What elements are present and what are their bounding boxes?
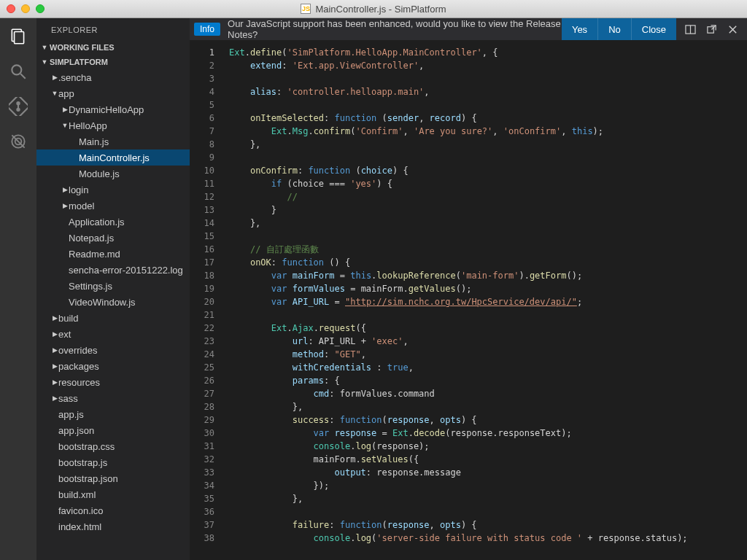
window-close-button[interactable]: [7, 4, 15, 13]
sidebar-title: EXPLORER: [36, 18, 190, 40]
tree-item-label: app: [58, 88, 74, 99]
tree-item[interactable]: sencha-error-20151222.log: [36, 262, 190, 278]
close-icon[interactable]: [727, 24, 738, 35]
tree-item[interactable]: favicon.ico: [36, 502, 190, 518]
tree-item[interactable]: ▶DynamicHelloApp: [36, 101, 190, 117]
window-minimize-button[interactable]: [21, 4, 30, 13]
activity-bar: [0, 18, 36, 560]
tree-item[interactable]: Notepad.js: [36, 230, 190, 246]
tree-item-label: sass: [58, 393, 78, 404]
window-buttons: [0, 4, 44, 13]
tree-item-label: Readme.md: [69, 249, 120, 260]
no-button[interactable]: No: [597, 18, 631, 40]
tree-item[interactable]: ▶build: [36, 310, 190, 326]
tree-item-label: MainController.js: [79, 152, 150, 163]
tree-item[interactable]: MainController.js: [36, 149, 190, 166]
editor-area: Info Our JavaScript support has been enh…: [190, 18, 747, 560]
chevron-right-icon: ▶: [61, 202, 69, 209]
tree-item-label: build: [58, 313, 78, 324]
explorer-icon[interactable]: [9, 27, 28, 46]
info-badge: Info: [194, 23, 220, 36]
tree-item[interactable]: app.js: [36, 406, 190, 422]
tree-item[interactable]: bootstrap.json: [36, 470, 190, 486]
close-button[interactable]: Close: [631, 18, 676, 40]
sidebar: EXPLORER ▼WORKING FILES ▼SIMPLATFORM ▶.s…: [36, 18, 190, 560]
chevron-right-icon: ▶: [51, 330, 58, 338]
tree-item-label: Settings.js: [69, 281, 112, 292]
chevron-right-icon: ▶: [61, 186, 69, 193]
tree-item-label: Application.js: [69, 217, 125, 228]
tree-item-label: ext: [58, 329, 71, 340]
search-icon[interactable]: [9, 62, 28, 81]
tree-item[interactable]: ▶overrides: [36, 342, 190, 358]
tree-item-label: favicon.ico: [58, 505, 103, 516]
chevron-right-icon: ▶: [51, 74, 58, 81]
tree-item-label: Main.js: [79, 136, 109, 147]
tree-item-label: .sencha: [58, 72, 92, 83]
chevron-right-icon: ▶: [51, 346, 58, 354]
debug-icon[interactable]: [9, 132, 28, 151]
window-maximize-button[interactable]: [36, 4, 44, 13]
tree-item-label: VideoWindow.js: [69, 297, 136, 308]
split-editor-icon[interactable]: [685, 24, 696, 35]
svg-rect-1: [15, 32, 24, 44]
chevron-down-icon: ▼: [51, 90, 58, 97]
tree-item[interactable]: ▶resources: [36, 374, 190, 390]
tree-item[interactable]: build.xml: [36, 486, 190, 502]
notification-text: Our JavaScript support has been enhanced…: [228, 18, 562, 40]
code-content[interactable]: Ext.define('SimPlatform.HelloApp.MainCon…: [225, 40, 747, 560]
window-titlebar: JS MainController.js - SimPlatform: [0, 0, 747, 18]
tree-item-label: bootstrap.js: [58, 457, 107, 468]
chevron-right-icon: ▶: [51, 378, 58, 386]
tree-item[interactable]: Module.js: [36, 166, 190, 182]
tree-item[interactable]: ▼app: [36, 85, 190, 101]
tree-item-label: packages: [58, 361, 99, 372]
tree-item[interactable]: app.json: [36, 422, 190, 438]
tree-item-label: bootstrap.json: [58, 473, 118, 484]
tree-item[interactable]: VideoWindow.js: [36, 294, 190, 310]
svg-line-3: [20, 74, 26, 79]
project-header[interactable]: ▼SIMPLATFORM: [36, 55, 190, 69]
tree-item[interactable]: bootstrap.js: [36, 454, 190, 470]
window-title: JS MainController.js - SimPlatform: [0, 4, 747, 15]
chevron-down-icon: ▼: [41, 44, 48, 51]
open-external-icon[interactable]: [706, 24, 717, 35]
tree-item[interactable]: ▶packages: [36, 358, 190, 374]
file-tree: ▶.sencha▼app▶DynamicHelloApp▼HelloAppMai…: [36, 69, 190, 534]
tree-item-label: resources: [58, 377, 100, 388]
chevron-down-icon: ▼: [61, 122, 69, 129]
tree-item[interactable]: ▼HelloApp: [36, 117, 190, 133]
tree-item[interactable]: ▶ext: [36, 326, 190, 342]
tree-item-label: app.json: [58, 425, 94, 436]
tree-item-label: HelloApp: [69, 120, 107, 131]
tree-item[interactable]: ▶sass: [36, 390, 190, 406]
tree-item-label: model: [69, 201, 94, 211]
tree-item[interactable]: bootstrap.css: [36, 438, 190, 454]
tree-item-label: sencha-error-20151222.log: [69, 265, 183, 276]
tree-item[interactable]: ▶.sencha: [36, 69, 190, 85]
yes-button[interactable]: Yes: [562, 18, 597, 40]
chevron-down-icon: ▼: [41, 58, 48, 66]
tree-item[interactable]: Main.js: [36, 133, 190, 149]
git-icon[interactable]: [9, 97, 28, 116]
tree-item-label: DynamicHelloApp: [69, 104, 144, 115]
tree-item-label: app.js: [58, 409, 84, 420]
tree-item-label: index.html: [58, 521, 101, 532]
tree-item-label: Module.js: [79, 168, 120, 179]
svg-point-2: [12, 65, 21, 74]
js-file-icon: JS: [301, 4, 311, 14]
tree-item[interactable]: ▶login: [36, 182, 190, 198]
working-files-header[interactable]: ▼WORKING FILES: [36, 40, 190, 55]
chevron-right-icon: ▶: [51, 314, 58, 322]
tree-item[interactable]: Settings.js: [36, 278, 190, 294]
svg-rect-13: [708, 26, 713, 32]
tree-item[interactable]: Readme.md: [36, 246, 190, 262]
chevron-right-icon: ▶: [61, 106, 69, 113]
tree-item[interactable]: index.html: [36, 518, 190, 534]
chevron-right-icon: ▶: [51, 362, 58, 370]
code-editor[interactable]: 1234567891011121314151617181920212223242…: [190, 40, 747, 560]
notification-bar: Info Our JavaScript support has been enh…: [190, 18, 747, 40]
tree-item[interactable]: ▶model: [36, 198, 190, 214]
tree-item[interactable]: Application.js: [36, 214, 190, 230]
tree-item-label: login: [69, 184, 88, 195]
